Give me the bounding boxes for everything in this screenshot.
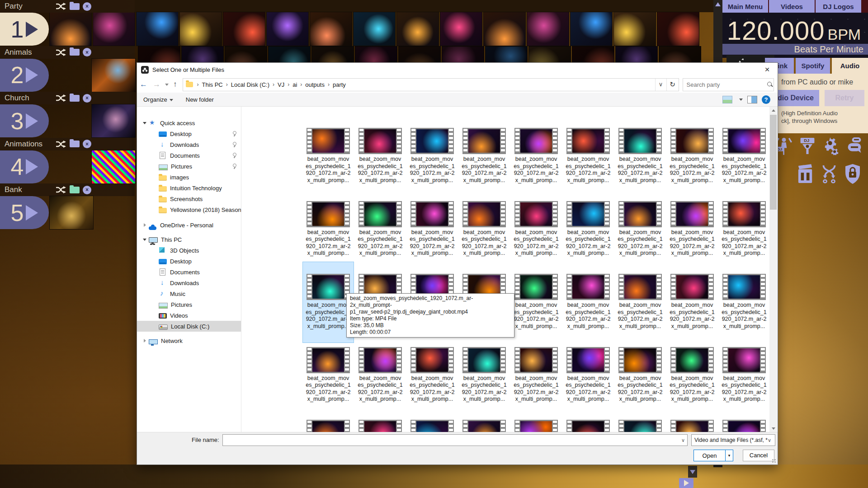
close-button[interactable]: ×	[757, 63, 778, 76]
cancel-button[interactable]: Cancel	[743, 450, 774, 461]
shield-lock-icon[interactable]	[844, 164, 861, 184]
folder-icon[interactable]	[70, 95, 80, 102]
sidebar-item-downloads[interactable]: Downloads	[137, 139, 241, 150]
breadcrumb-item[interactable]: party	[331, 81, 348, 88]
file-item[interactable]: beat_zoom_moves_psychedelic_1920_1072.m_…	[407, 189, 458, 270]
tab-spotify[interactable]: Spotify	[796, 58, 830, 74]
file-item[interactable]: beat_zoom_moves_psychedelic_1920_1072.m_…	[355, 116, 406, 197]
video-thumbnail[interactable]	[354, 12, 395, 46]
file-item[interactable]: beat_zoom_moves_psychedelic_1920_1072.m_…	[407, 335, 458, 416]
scroll-up-icon[interactable]	[772, 109, 775, 112]
folder-icon[interactable]	[70, 187, 80, 193]
breadcrumb-item[interactable]: ai	[291, 81, 299, 88]
search-input[interactable]	[683, 81, 767, 89]
retry-button[interactable]: Retry	[825, 90, 864, 106]
view-dropdown-icon[interactable]	[739, 99, 743, 101]
file-item[interactable]: beat_zoom_moves_psychedelic_1920_1072.m_…	[615, 408, 665, 432]
dialog-titlebar[interactable]: Select One or Multiple Files ×	[137, 63, 778, 76]
sidebar-item-pictures[interactable]: Pictures	[137, 299, 241, 310]
chat-icon[interactable]	[846, 136, 863, 156]
shuffle-icon[interactable]	[56, 2, 66, 10]
scroll-up-icon[interactable]	[715, 2, 721, 6]
address-bar[interactable]: ›This PC›Local Disk (C:)›VJ›ai›outputs›p…	[183, 78, 679, 91]
dialog-scrollbar[interactable]	[769, 107, 777, 432]
file-name-input[interactable]	[223, 434, 679, 446]
file-item[interactable]: beat_zoom_moves_psychedelic_1920_1072.m_…	[303, 408, 354, 432]
file-item[interactable]: beat_zoom_moves_psychedelic_1920_1072.m_…	[303, 116, 354, 197]
file-item[interactable]: beat_zoom_moves_psychedelic_1920_1072.m_…	[407, 408, 458, 432]
file-item[interactable]: beat_zoom_moves_psychedelic_1920_1072.m_…	[667, 189, 717, 270]
history-dropdown-icon[interactable]	[165, 84, 169, 86]
file-item[interactable]: beat_zoom_moves_psychedelic_1920_1072.m_…	[667, 408, 717, 432]
sidebar-item-desktop[interactable]: Desktop	[137, 128, 241, 139]
file-item[interactable]: beat_zoom_moves_psychedelic_1920_1072.m_…	[355, 408, 406, 432]
folder-icon[interactable]	[70, 141, 80, 147]
file-item[interactable]: beat_zoom_moves_psychedelic_1920_1072.m_…	[407, 116, 458, 197]
forward-button[interactable]: →	[153, 80, 160, 89]
file-item[interactable]: beat_zoom_moves_psychedelic_1920_1072.m_…	[511, 335, 561, 416]
close-icon[interactable]: ×	[83, 48, 91, 56]
file-item[interactable]: beat_zoom_moves_psychedelic_1920_1072.m_…	[719, 408, 769, 432]
video-thumbnail[interactable]	[223, 12, 265, 46]
file-item[interactable]: beat_zoom_moves_psychedelic_1920_1072.m_…	[563, 116, 613, 197]
sidebar-item-videos[interactable]: Videos	[137, 310, 241, 321]
breadcrumb-item[interactable]: This PC	[200, 81, 225, 88]
file-item[interactable]: beat_zoom_moves_psychedelic_1920_1072.m_…	[459, 116, 509, 197]
settings-gears-icon[interactable]	[823, 136, 839, 156]
help-icon[interactable]: ?	[762, 95, 770, 104]
file-item[interactable]: beat_zoom_moves_psychedelic_1920_1072.m_…	[303, 335, 354, 416]
bank-play-button[interactable]: 4	[0, 150, 49, 183]
sidebar-item-3d-objects[interactable]: 3D Objects	[137, 245, 241, 256]
sidebar-item-documents[interactable]: Documents	[137, 267, 241, 277]
organize-button[interactable]: Organize	[143, 96, 173, 103]
sidebar-item-quick-access[interactable]: Quick access	[137, 117, 241, 128]
folder-icon[interactable]	[70, 49, 80, 56]
mini-play-button[interactable]	[679, 478, 693, 488]
video-thumbnail[interactable]	[484, 12, 525, 46]
dj-sign-icon[interactable]: DJ	[799, 136, 816, 156]
sidebar-item-documents[interactable]: Documents	[137, 150, 241, 161]
refresh-icon[interactable]: ↻	[666, 79, 679, 91]
video-thumbnail[interactable]	[267, 12, 308, 46]
file-item[interactable]: beat_zoom_moves_psychedelic_1920_1072.m_…	[667, 262, 717, 343]
new-folder-button[interactable]: New folder	[186, 96, 214, 103]
file-item[interactable]: beat_zoom_moves_psychedelic_1920_1072.m_…	[563, 262, 613, 343]
shuffle-icon[interactable]	[56, 48, 66, 56]
file-item[interactable]: beat_zoom_moves_psychedelic_1920_1072.m_…	[511, 408, 561, 432]
file-item[interactable]: beat_zoom_moves_psychedelic_1920_1072.m_…	[511, 262, 561, 343]
bank-play-button[interactable]: 5	[0, 196, 49, 229]
sidebar-item-downloads[interactable]: Downloads	[137, 277, 241, 288]
file-item[interactable]: beat_zoom_moves_psychedelic_1920_1072.m_…	[303, 189, 354, 270]
file-item[interactable]: beat_zoom_moves_psychedelic_1920_1072.m_…	[615, 116, 665, 197]
video-thumbnail[interactable]	[571, 12, 612, 46]
bank-thumbnail[interactable]	[92, 104, 135, 137]
file-item[interactable]: beat_zoom_moves_psychedelic_1920_1072.m_…	[459, 408, 509, 432]
scroll-down-icon[interactable]	[772, 427, 775, 430]
video-thumbnail[interactable]	[310, 12, 352, 46]
video-thumbnail[interactable]	[527, 12, 569, 46]
dj-crowd-icon[interactable]: DJ	[776, 136, 792, 156]
file-item[interactable]: beat_zoom_moves_psychedelic_1920_1072.m_…	[355, 335, 406, 416]
close-icon[interactable]: ×	[83, 94, 91, 103]
clapperboard-icon[interactable]	[797, 164, 814, 184]
videos-button[interactable]: Videos	[769, 0, 815, 13]
chevron-down-icon[interactable]	[142, 237, 147, 242]
chevron-down-icon[interactable]	[142, 121, 147, 125]
video-thumbnail[interactable]	[440, 12, 482, 46]
file-item[interactable]: beat_zoom_moves_psychedelic_1920_1072.m_…	[563, 335, 613, 416]
file-type-select[interactable]: Video and Image Files (*.asf, *.a ∨	[691, 434, 775, 446]
thumbnail-view-icon[interactable]	[722, 96, 732, 103]
file-item[interactable]: beat_zoom_moves_psychedelic_1920_1072.m_…	[719, 335, 769, 416]
file-item[interactable]: beat_zoom_moves_psychedelic_1920_1072.m_…	[459, 335, 509, 416]
file-item[interactable]: beat_zoom_moves_psychedelic_1920_1072.m_…	[355, 189, 406, 270]
sidebar-item-music[interactable]: Music	[137, 288, 241, 299]
sidebar-item-network[interactable]: Network	[137, 335, 241, 346]
file-item[interactable]: beat_zoom_moves_psychedelic_1920_1072.m_…	[511, 189, 561, 270]
bank-thumbnail[interactable]	[92, 59, 135, 92]
close-icon[interactable]: ×	[83, 186, 91, 194]
main-menu-button[interactable]: Main Menu	[722, 0, 768, 13]
open-button[interactable]: Open ▾	[693, 450, 733, 461]
bank-play-button[interactable]: 3	[0, 104, 49, 137]
up-button[interactable]: ↑	[173, 80, 177, 89]
close-icon[interactable]: ×	[83, 2, 91, 11]
